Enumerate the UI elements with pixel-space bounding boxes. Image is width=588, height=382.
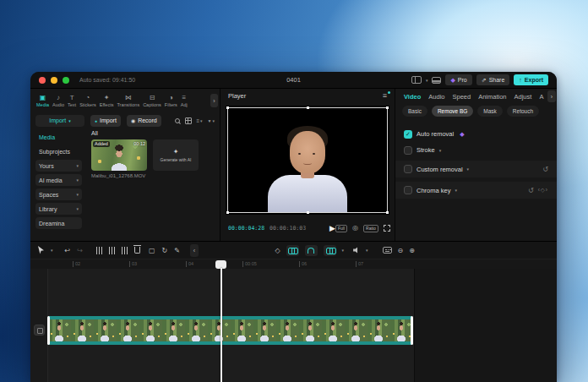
focus-icon[interactable]: ◎ [352,225,358,232]
volume-caret-icon[interactable]: ▾ [366,248,368,253]
main-track-icon[interactable] [34,325,45,336]
tab-adjust-inspector[interactable]: Adjust [514,93,532,101]
split-icon[interactable] [96,247,102,254]
freeze-frame-icon[interactable]: ▢ [149,247,155,254]
tab-audio-inspector[interactable]: Audio [428,93,444,101]
frame-handle[interactable] [226,211,229,214]
tab-captions[interactable]: ⊟ Captions [143,94,161,107]
sidebar-item-media[interactable]: Media [35,131,82,143]
panel-toggle-icon[interactable] [432,77,441,84]
track-volume-icon[interactable] [353,247,360,254]
preview-snap-toggle[interactable] [324,245,336,256]
shortcut-keys-icon[interactable] [383,247,392,254]
share-button[interactable]: ⇗ Share [476,74,510,85]
reset-icon[interactable]: ↺ [542,166,548,173]
edit-marker-icon[interactable]: ✎ [174,247,180,254]
filter-button[interactable]: ▼ ▾ [208,118,215,123]
auto-removal-checkbox[interactable]: ✓ [404,130,412,139]
caret-down-icon[interactable]: ▾ [455,188,457,193]
video-preview[interactable] [226,106,389,215]
sort-button[interactable]: ≡ ▾ [197,118,203,123]
tab-animation[interactable]: Animation [478,93,506,101]
record-button[interactable]: ◉ Record [127,115,161,127]
add-keyframe-icon[interactable]: ◇ [275,247,280,254]
playhead-line[interactable] [220,268,222,382]
frame-handle[interactable] [307,106,309,109]
caret-down-icon[interactable]: ▾ [439,148,442,153]
delete-icon[interactable] [134,247,140,254]
snap-caret-icon[interactable]: ▾ [342,248,345,253]
tab-stickers[interactable]: ◔ Stickers [79,94,96,107]
clip-trim-handle-right[interactable] [411,316,413,345]
zoom-in-icon[interactable]: ⊕ [409,247,415,254]
tab-overflow-truncated[interactable]: A [539,93,543,101]
clip-trim-handle-left[interactable] [47,316,50,345]
frame-handle[interactable] [386,106,389,109]
tab-audio[interactable]: ♪ Audio [52,94,64,107]
sidebar-item-subprojects[interactable]: Subprojects [35,145,82,157]
caret-down-icon[interactable]: ▾ [467,166,470,172]
import-dropdown[interactable]: Import ▾ [35,115,84,127]
subtab-mask[interactable]: Mask [477,106,503,117]
stroke-checkbox[interactable] [404,146,412,155]
collapse-toolbar-button[interactable]: ‹ [190,244,199,257]
layout-caret-icon[interactable]: ▾ [426,78,428,83]
trim-right-icon[interactable] [122,247,128,254]
frame-handle[interactable] [226,106,229,109]
sidebar-item-dreamina[interactable]: Dreamina [35,217,82,229]
redo-icon[interactable]: ↪ [77,247,83,254]
auto-snap-toggle[interactable] [305,245,318,256]
sidebar-item-spaces[interactable]: Spaces ▾ [35,188,82,200]
import-button[interactable]: ● Import [90,115,121,127]
all-filter-label[interactable]: All [91,130,216,139]
layout-toggle-icon[interactable] [411,76,422,84]
custom-removal-checkbox[interactable] [404,165,412,173]
tab-adjust[interactable]: ≡ Adj [181,94,188,107]
chroma-key-checkbox[interactable] [404,186,412,194]
reverse-icon[interactable]: ↻ [161,247,167,254]
tabs-overflow-button[interactable]: › [210,94,218,107]
trim-left-icon[interactable] [109,247,115,254]
frame-handle[interactable] [307,211,309,214]
tab-speed[interactable]: Speed [452,93,471,101]
view-grid-icon[interactable] [185,117,192,124]
quality-badge[interactable]: Full [335,225,347,232]
search-icon[interactable] [175,118,180,123]
reset-icon[interactable]: ↺ [528,187,534,194]
zoom-out-icon[interactable]: ⊖ [398,247,404,254]
sidebar-item-ai-media[interactable]: AI media ▾ [35,174,82,186]
media-clip-card[interactable]: Added 00:12 Malibu_i01_12768.MOV [91,139,147,178]
tab-transitions[interactable]: ⋈ Transitions [117,94,139,107]
maximize-button[interactable] [63,77,69,84]
tracks-empty-area[interactable] [414,269,557,382]
inspector-tabs-overflow-button[interactable]: › [547,90,556,102]
player-menu-button[interactable]: ≡ [383,92,387,100]
tab-effects[interactable]: ✦ Effects [100,94,114,107]
fullscreen-icon[interactable] [384,225,390,232]
timeline-ruler[interactable]: 02 03 04 00:05 06 07 [30,259,557,269]
select-tool-icon[interactable] [37,246,45,254]
generate-ai-card[interactable]: ✦ Generate with AI [153,139,199,171]
sidebar-item-library[interactable]: Library ▾ [35,203,82,215]
export-button[interactable]: ↑ Export [514,74,548,85]
close-button[interactable] [39,77,46,84]
keyframe-nav-icon[interactable]: ‹◇› [538,187,548,194]
video-clip[interactable] [48,316,412,345]
tab-media[interactable]: ▣ Media [36,94,49,107]
tab-filters[interactable]: ◑ Filters [165,94,177,107]
tab-text[interactable]: T Text [68,94,76,107]
selection-frame[interactable] [227,107,388,213]
ratio-badge[interactable]: Ratio [363,225,378,232]
subtab-remove-bg[interactable]: Remove BG [432,106,473,117]
clip-thumbnail[interactable]: Added 00:12 [91,139,147,171]
frame-handle[interactable] [386,211,389,214]
pro-button[interactable]: ◆ Pro [445,74,471,85]
link-clips-toggle[interactable] [286,245,299,256]
sidebar-item-yours[interactable]: Yours ▾ [35,160,82,172]
subtab-basic[interactable]: Basic [402,106,427,117]
subtab-retouch[interactable]: Retouch [507,106,539,117]
undo-icon[interactable]: ↩ [65,247,71,254]
tab-video[interactable]: Video [404,93,421,101]
select-tool-caret-icon[interactable]: ▾ [51,248,53,253]
play-button[interactable]: ▶ [329,225,335,232]
